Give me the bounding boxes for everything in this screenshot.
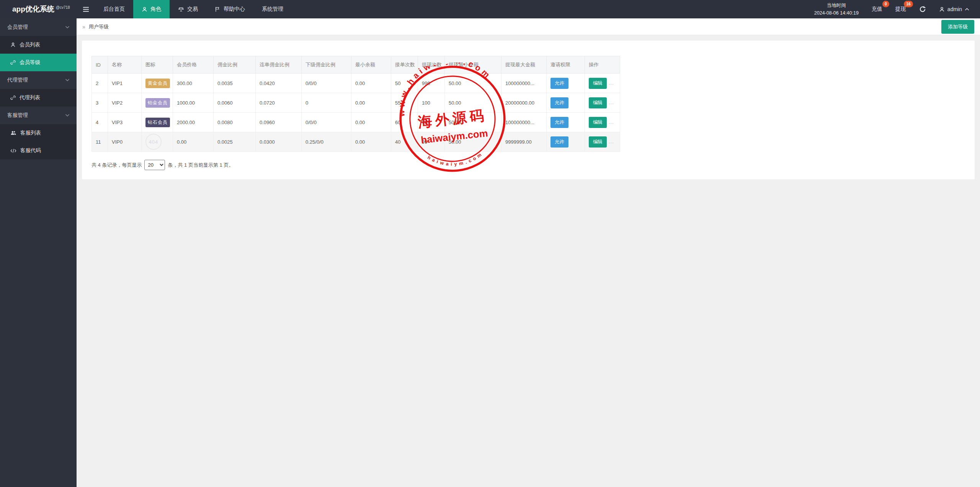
sidebar-section-member-management[interactable]: 会员管理 — [0, 18, 77, 36]
username: admin — [947, 6, 962, 12]
cell-sub-commission: 0 — [302, 93, 351, 113]
chevron-down-icon — [65, 26, 70, 29]
refresh-icon[interactable] — [919, 6, 926, 13]
cell-withdraw-times: 999 — [418, 74, 445, 93]
cell-price: 300.00 — [173, 74, 214, 93]
sidebar-item-member-level[interactable]: 会员等级 — [0, 54, 77, 71]
cell-min-withdraw: 50.00 — [445, 132, 501, 152]
table-row: 2 VIP1 黄金会员 300.00 0.0035 0.0420 0/0/0 0… — [92, 74, 620, 93]
allow-button[interactable]: 允许 — [550, 117, 568, 128]
cell-withdraw-times: 99 — [418, 132, 445, 152]
pagination-prefix: 共 4 条记录，每页显示 — [91, 162, 142, 169]
page-size-select[interactable]: 20 — [144, 160, 165, 170]
cell-chain-commission: 0.0960 — [256, 113, 302, 132]
level-badge-platinum: 铂金会员 — [145, 98, 170, 108]
nav-item-system[interactable]: 系统管理 — [253, 0, 292, 18]
cell-price: 0.00 — [173, 132, 214, 152]
header-min-balance: 最小余额 — [351, 56, 391, 74]
user-menu[interactable]: admin — [939, 6, 969, 12]
recharge-link[interactable]: 充值 0 — [872, 6, 882, 13]
cell-min-withdraw: 50.00 — [445, 74, 501, 93]
cell-name: VIP3 — [108, 113, 142, 132]
breadcrumb: » 用户等级 — [82, 23, 109, 30]
allow-button[interactable]: 允许 — [550, 97, 568, 108]
edit-button[interactable]: 编辑 — [589, 136, 607, 148]
table-row: 3 VIP2 铂金会员 1000.00 0.0060 0.0720 0 0.00… — [92, 93, 620, 113]
cell-commission: 0.0025 — [214, 132, 256, 152]
table-row: 4 VIP3 钻石会员 2000.00 0.0080 0.0960 0/0/0 … — [92, 113, 620, 132]
cell-min-withdraw: 50.00 — [445, 93, 501, 113]
local-time-label: 当地时间 — [814, 2, 859, 9]
chevron-down-icon — [65, 114, 70, 117]
cell-id: 3 — [92, 93, 108, 113]
cell-min-balance: 0.00 — [351, 132, 391, 152]
cell-max-withdraw: 100000000... — [501, 113, 547, 132]
nav-label: 后台首页 — [103, 6, 125, 13]
breadcrumb-arrow-icon: » — [82, 24, 85, 30]
cell-id: 4 — [92, 113, 108, 132]
allow-button[interactable]: 允许 — [550, 78, 568, 89]
section-title: 会员管理 — [7, 24, 28, 31]
sidebar-item-service-list[interactable]: 客服列表 — [0, 124, 77, 142]
people-icon — [10, 130, 16, 136]
cell-chain-commission: 0.0300 — [256, 132, 302, 152]
header-icon: 图标 — [142, 56, 173, 74]
chevron-down-icon — [65, 79, 70, 82]
recharge-count-badge: 0 — [882, 1, 889, 7]
header-max-withdraw: 提现最大金额 — [501, 56, 547, 74]
nav-item-trade[interactable]: 交易 — [170, 0, 206, 18]
cell-chain-commission: 0.0420 — [256, 74, 302, 93]
nav-item-role[interactable]: 角色 — [133, 0, 170, 18]
hamburger-menu-icon[interactable] — [77, 0, 95, 18]
more-actions: ... — [609, 80, 614, 86]
edit-button[interactable]: 编辑 — [589, 117, 607, 128]
cell-id: 11 — [92, 132, 108, 152]
cell-name: VIP1 — [108, 74, 142, 93]
cell-orders: 40 — [391, 132, 418, 152]
header-id: ID — [92, 56, 108, 74]
cell-icon: 铂金会员 — [142, 93, 173, 113]
flag-icon — [215, 7, 220, 12]
sidebar-section-service-management[interactable]: 客服管理 — [0, 107, 77, 124]
chevron-up-icon — [965, 8, 969, 11]
level-badge-diamond: 钻石会员 — [145, 118, 170, 127]
more-actions: ... — [609, 139, 614, 144]
sidebar-item-agent-list[interactable]: 代理列表 — [0, 89, 77, 107]
cell-sub-commission: 0/0/0 — [302, 74, 351, 93]
scales-icon — [178, 7, 184, 12]
breadcrumb-bar: » 用户等级 添加等级 — [77, 18, 980, 35]
allow-button[interactable]: 允许 — [550, 136, 568, 148]
nav-item-home[interactable]: 后台首页 — [95, 0, 133, 18]
withdraw-link[interactable]: 提现 16 — [895, 6, 906, 13]
sidebar-item-label: 代理列表 — [20, 94, 40, 101]
add-level-button[interactable]: 添加等级 — [941, 20, 974, 34]
cell-name: VIP2 — [108, 93, 142, 113]
broken-image-404-icon: 404 — [145, 134, 162, 150]
cell-chain-commission: 0.0720 — [256, 93, 302, 113]
page-title: 用户等级 — [89, 23, 109, 30]
sidebar-section-agent-management[interactable]: 代理管理 — [0, 71, 77, 89]
nav-label: 角色 — [150, 6, 161, 13]
header-withdraw-count: 提现次数 — [418, 56, 445, 74]
code-icon — [10, 148, 16, 153]
header-actions: 操作 — [585, 56, 620, 74]
link-icon — [10, 95, 16, 100]
cell-commission: 0.0080 — [214, 113, 256, 132]
cell-withdraw-times: 100 — [418, 93, 445, 113]
nav-item-help-center[interactable]: 帮助中心 — [206, 0, 253, 18]
edit-button[interactable]: 编辑 — [589, 97, 607, 108]
cell-max-withdraw: 9999999.00 — [501, 132, 547, 152]
sidebar-item-label: 客服列表 — [20, 130, 41, 136]
sidebar-item-label: 会员等级 — [20, 59, 40, 66]
local-time-value: 2024-08-06 14:40:19 — [814, 9, 859, 17]
header-commission: 佣金比例 — [214, 56, 256, 74]
edit-button[interactable]: 编辑 — [589, 78, 607, 89]
sidebar-item-service-code[interactable]: 客服代码 — [0, 142, 77, 159]
app-title: app优化系统 — [12, 4, 54, 14]
header-sub-commission: 下级佣金比例 — [302, 56, 351, 74]
withdraw-count-badge: 16 — [904, 1, 913, 7]
cell-actions: 编辑... — [585, 93, 620, 113]
sidebar-item-member-list[interactable]: 会员列表 — [0, 36, 77, 54]
cell-name: VIP0 — [108, 132, 142, 152]
sidebar: 会员管理 会员列表 会员等级 代理管理 代 — [0, 18, 77, 487]
